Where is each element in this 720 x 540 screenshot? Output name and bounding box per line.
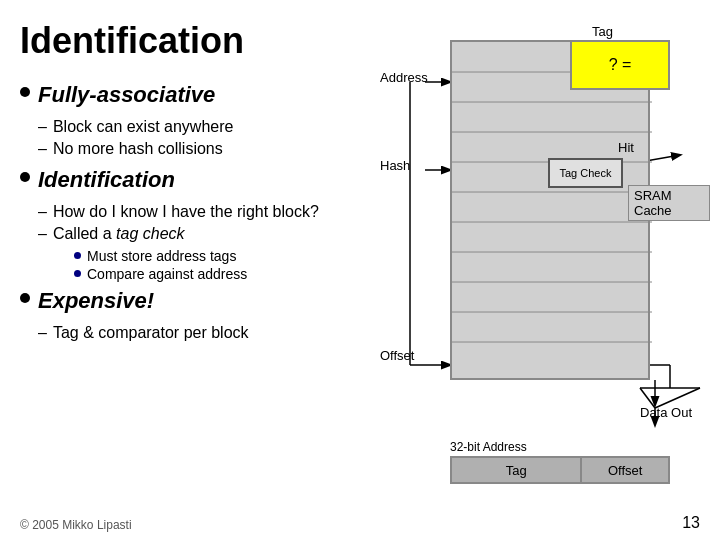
tag-top-label: Tag — [592, 24, 613, 39]
sub-item-3-1: – Tag & comparator per block — [38, 322, 360, 344]
bullet-fully-associative: Fully-associative — [20, 82, 360, 108]
sub-item-2-2: – Called a tag check — [38, 223, 360, 245]
bullet-identification: Identification — [20, 167, 360, 193]
page-title: Identification — [20, 20, 360, 62]
page-number: 13 — [682, 514, 700, 532]
sram-cache-label: SRAM Cache — [628, 185, 710, 221]
sub-sub-text-1: Must store address tags — [87, 248, 236, 264]
bullet-label-2: Identification — [38, 167, 175, 193]
addr-bar-title: 32-bit Address — [450, 440, 670, 454]
address-label: Address — [380, 70, 428, 85]
dash-1: – — [38, 116, 47, 138]
diagram-area: Address Hash Offset ? = Tag Hit Tag Chec… — [370, 10, 710, 530]
blue-dot-1 — [74, 252, 81, 259]
sub-sub-items-2: Must store address tags Compare against … — [74, 248, 360, 282]
cache-block — [450, 40, 650, 380]
dash-2: – — [38, 138, 47, 160]
sub-sub-item-2-2: Compare against address — [74, 266, 360, 282]
addr-bar-container: 32-bit Address Tag Offset — [450, 440, 670, 484]
sub-item-2-1: – How do I know I have the right block? — [38, 201, 360, 223]
left-panel: Identification Fully-associative – Block… — [20, 20, 360, 350]
bullet-dot-2 — [20, 172, 30, 182]
bullet-expensive: Expensive! — [20, 288, 360, 314]
sub-item-1-2: – No more hash collisions — [38, 138, 360, 160]
tag-box: ? = — [570, 40, 670, 90]
sub-sub-item-2-1: Must store address tags — [74, 248, 360, 264]
bullet-dot-3 — [20, 293, 30, 303]
data-out-label: Data Out — [640, 405, 692, 420]
cache-lines-svg — [452, 42, 652, 382]
hash-label: Hash — [380, 158, 410, 173]
tag-check-box: Tag Check — [548, 158, 623, 188]
offset-label: Offset — [380, 348, 414, 363]
dash-3: – — [38, 201, 47, 223]
bullet-dot-1 — [20, 87, 30, 97]
bullet-label-1: Fully-associative — [38, 82, 215, 108]
sub-item-text-2-1: How do I know I have the right block? — [53, 201, 319, 223]
sub-items-3: – Tag & comparator per block — [38, 322, 360, 344]
dash-5: – — [38, 322, 47, 344]
addr-bar: Tag Offset — [450, 456, 670, 484]
addr-offset-part: Offset — [582, 458, 668, 482]
addr-tag-part: Tag — [452, 458, 582, 482]
sub-item-text-3-1: Tag & comparator per block — [53, 322, 249, 344]
sub-items-1: – Block can exist anywhere – No more has… — [38, 116, 360, 161]
blue-dot-2 — [74, 270, 81, 277]
sub-item-text-2-2: Called a tag check — [53, 223, 185, 245]
dash-4: – — [38, 223, 47, 245]
footer: © 2005 Mikko Lipasti — [20, 518, 132, 532]
bullet-label-3: Expensive! — [38, 288, 154, 314]
sub-sub-text-2: Compare against address — [87, 266, 247, 282]
sub-items-2: – How do I know I have the right block? … — [38, 201, 360, 282]
sub-item-1-1: – Block can exist anywhere — [38, 116, 360, 138]
sub-item-text-1-1: Block can exist anywhere — [53, 116, 234, 138]
hit-label: Hit — [618, 140, 634, 155]
question-equals: ? = — [609, 56, 632, 74]
sub-item-text-1-2: No more hash collisions — [53, 138, 223, 160]
